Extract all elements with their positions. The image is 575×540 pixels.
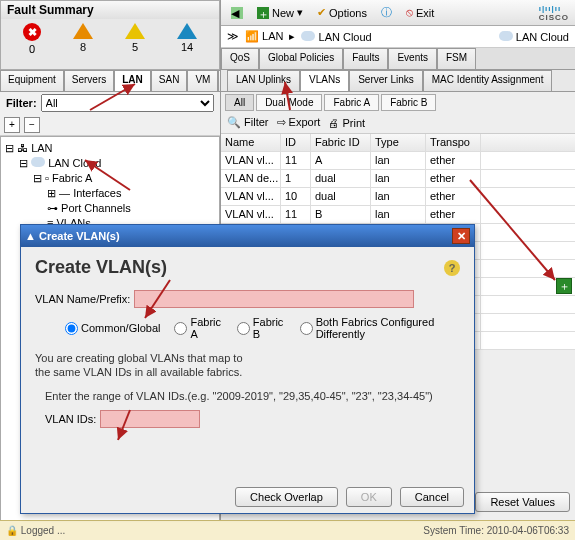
tab-lan[interactable]: LAN [114, 70, 151, 91]
tab-faults[interactable]: Faults [343, 48, 388, 69]
dialog-titlebar[interactable]: ▲ Create VLAN(s) ✕ [21, 225, 474, 247]
grid-action-bar: 🔍 Filter ⇨ Export 🖨 Print [221, 112, 575, 134]
grid-header-row: Name ID Fabric ID Type Transpo [221, 134, 575, 152]
col-transport[interactable]: Transpo [426, 134, 481, 151]
expand-button[interactable]: + [4, 117, 20, 133]
tree-port-channels[interactable]: ⊶ Port Channels [5, 201, 215, 216]
filter-bar: Filter: All [0, 92, 220, 114]
fault-major[interactable]: 8 [73, 23, 93, 55]
tab-fsm[interactable]: FSM [437, 48, 476, 69]
tab-events[interactable]: Events [388, 48, 437, 69]
check-overlap-button[interactable]: Check Overlap [235, 487, 338, 507]
tab-servers[interactable]: Servers [64, 70, 114, 91]
filter-label: Filter: [6, 97, 37, 109]
cloud-icon [499, 31, 513, 41]
collapse-button[interactable]: − [24, 117, 40, 133]
fault-summary-title: Fault Summary [1, 1, 219, 19]
cancel-button[interactable]: Cancel [400, 487, 464, 507]
fault-minor[interactable]: 5 [125, 23, 145, 55]
help-icon[interactable]: ? [444, 260, 460, 276]
dialog-info-2: the same VLAN IDs in all available fabri… [35, 366, 460, 378]
dialog-heading: Create VLAN(s) [35, 257, 460, 278]
radio-fabric-a[interactable]: Fabric A [174, 316, 222, 340]
table-row[interactable]: VLAN de...1duallanether [221, 170, 575, 188]
fabric-b[interactable]: Fabric B [381, 94, 436, 111]
tab-equipment[interactable]: Equipment [0, 70, 64, 91]
filter-action[interactable]: 🔍 Filter [227, 116, 269, 129]
vlan-name-input[interactable] [134, 290, 414, 308]
major-icon [73, 23, 93, 39]
col-fabric-id[interactable]: Fabric ID [311, 134, 371, 151]
warning-icon [177, 23, 197, 39]
fabric-scope-radios: Common/Global Fabric A Fabric B Both Fab… [65, 316, 460, 340]
tab-san[interactable]: SAN [151, 70, 188, 91]
fabric-all[interactable]: All [225, 94, 254, 111]
add-vlan-side-button[interactable]: ＋ [556, 278, 572, 294]
fabric-dual[interactable]: Dual Mode [256, 94, 322, 111]
radio-both-fabrics[interactable]: Both Fabrics Configured Differently [300, 316, 460, 340]
col-name[interactable]: Name [221, 134, 281, 151]
tab-lan-uplinks[interactable]: LAN Uplinks [227, 70, 300, 91]
tree-icon-bar: + − [0, 114, 220, 136]
left-nav-tabs: Equipment Servers LAN SAN VM Admin [0, 70, 220, 92]
toolbar-exit[interactable]: ⦸Exit [402, 4, 438, 21]
cloud-icon [301, 31, 315, 41]
table-row[interactable]: VLAN vl...10duallanether [221, 188, 575, 206]
vlan-ids-label: VLAN IDs: [45, 413, 96, 425]
fabric-a[interactable]: Fabric A [324, 94, 379, 111]
toolbar-options[interactable]: ✔Options [313, 4, 371, 21]
tab-vlans[interactable]: VLANs [300, 70, 349, 91]
status-left: Logged ... [21, 525, 65, 536]
tab-vm[interactable]: VM [187, 70, 218, 91]
status-time: System Time: 2010-04-06T06:33 [423, 525, 569, 536]
breadcrumb-arrow-icon: ≫ [227, 30, 239, 43]
tree-lan[interactable]: ⊟ 🖧 LAN [5, 141, 215, 156]
toolbar-info[interactable]: ⓘ [377, 3, 396, 22]
breadcrumb-lan-cloud[interactable]: LAN Cloud [319, 31, 372, 43]
main-toolbar: ◀ ＋New ▾ ✔Options ⓘ ⦸Exit ı|ıı|ııCISCO [221, 0, 575, 26]
tree-lan-cloud[interactable]: ⊟ LAN Cloud [5, 156, 215, 171]
radio-common-global[interactable]: Common/Global [65, 316, 160, 340]
breadcrumb-lan[interactable]: LAN [262, 30, 283, 42]
create-vlan-dialog: ▲ Create VLAN(s) ✕ Create VLAN(s) ? VLAN… [20, 224, 475, 514]
dialog-info-1: You are creating global VLANs that map t… [35, 352, 460, 364]
vlan-name-label: VLAN Name/Prefix: [35, 293, 130, 305]
vlan-ids-input[interactable] [100, 410, 200, 428]
print-action[interactable]: 🖨 Print [328, 117, 365, 129]
status-bar: 🔒 Logged ... System Time: 2010-04-06T06:… [0, 520, 575, 540]
toolbar-new[interactable]: ＋New ▾ [253, 4, 307, 21]
ok-button[interactable]: OK [346, 487, 392, 507]
minor-icon [125, 23, 145, 39]
dialog-title: Create VLAN(s) [39, 230, 120, 242]
tree-interfaces[interactable]: ⊞ — Interfaces [5, 186, 215, 201]
table-row[interactable]: VLAN vl...11Blanether [221, 206, 575, 224]
col-id[interactable]: ID [281, 134, 311, 151]
col-type[interactable]: Type [371, 134, 426, 151]
dialog-range-hint: Enter the range of VLAN IDs.(e.g. "2009-… [45, 390, 460, 402]
reset-values-button[interactable]: Reset Values [475, 492, 570, 512]
tab-global-policies[interactable]: Global Policies [259, 48, 343, 69]
toolbar-back[interactable]: ◀ [227, 5, 247, 21]
tab-server-links[interactable]: Server Links [349, 70, 423, 91]
fault-summary-panel: Fault Summary ✖0 8 5 14 [0, 0, 220, 70]
table-row[interactable]: VLAN vl...11Alanether [221, 152, 575, 170]
fault-critical[interactable]: ✖0 [23, 23, 41, 55]
filter-select[interactable]: All [41, 94, 214, 112]
cloud-icon [31, 157, 45, 167]
fault-warning[interactable]: 14 [177, 23, 197, 55]
tab-mac-identity[interactable]: MAC Identity Assignment [423, 70, 553, 91]
radio-fabric-b[interactable]: Fabric B [237, 316, 286, 340]
dialog-title-icon: ▲ [25, 230, 36, 242]
dialog-close-button[interactable]: ✕ [452, 228, 470, 244]
fabric-filter-bar: All Dual Mode Fabric A Fabric B [221, 92, 575, 112]
subtabs-row1: QoS Global Policies Faults Events FSM [221, 48, 575, 70]
export-action[interactable]: ⇨ Export [277, 116, 321, 129]
tab-qos[interactable]: QoS [221, 48, 259, 69]
cisco-logo: ı|ıı|ııCISCO [539, 4, 569, 22]
critical-icon: ✖ [23, 23, 41, 41]
tree-fabric-a[interactable]: ⊟ ▫ Fabric A [5, 171, 215, 186]
breadcrumb: ≫ 📶 LAN ▸ LAN Cloud LAN Cloud [221, 26, 575, 48]
subtabs-row2: LAN Uplinks VLANs Server Links MAC Ident… [221, 70, 575, 92]
